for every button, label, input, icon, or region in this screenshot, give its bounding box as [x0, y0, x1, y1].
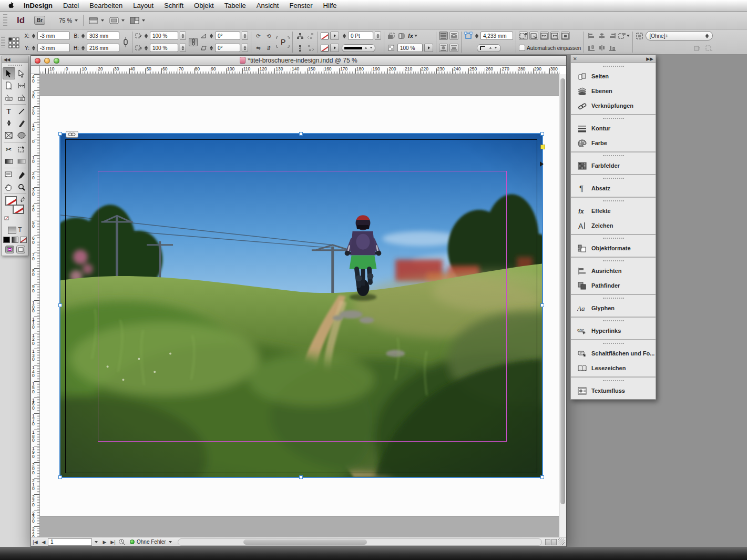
apply-none-button[interactable] — [20, 237, 27, 243]
dock-group-grip[interactable] — [571, 258, 656, 263]
transparency-icon[interactable] — [397, 32, 406, 40]
live-corner-handle[interactable] — [540, 145, 545, 149]
gradient-feather-tool[interactable] — [15, 155, 28, 167]
zoom-level-select[interactable]: 75 % — [59, 17, 78, 24]
menu-datei[interactable]: Datei — [58, 0, 84, 12]
preflight-dropdown[interactable] — [166, 538, 175, 546]
stroke-weight-field[interactable]: 0 Pt — [348, 32, 373, 40]
select-next-object-icon[interactable] — [306, 44, 315, 52]
shear-combo-arrow[interactable] — [242, 44, 248, 52]
view-options-button[interactable] — [89, 16, 104, 25]
content-placer-tool[interactable] — [15, 91, 28, 104]
stroke-weight-stepper[interactable] — [342, 32, 346, 40]
dock-expand-icon[interactable]: ▶▶ — [646, 56, 653, 62]
rotate-cw-icon[interactable]: ⟳ — [254, 32, 263, 40]
scale-x-field[interactable]: 100 % — [150, 32, 178, 40]
flip-vertical-icon[interactable]: ⇵ — [264, 44, 273, 52]
stroke-swatch-menu[interactable] — [330, 32, 339, 40]
link-badge-icon[interactable] — [66, 131, 78, 138]
shear-stepper[interactable] — [209, 44, 213, 52]
panel-tab-zeichen[interactable]: A Zeichen — [571, 218, 656, 233]
panel-tab-glyphen[interactable]: Aa Glyphen — [571, 301, 656, 315]
handle-top-right[interactable] — [540, 132, 544, 136]
canvas[interactable] — [40, 74, 560, 538]
fill-stroke-proxy[interactable] — [4, 195, 26, 225]
dock-close-icon[interactable]: ✕ — [573, 56, 577, 62]
autofit-checkbox[interactable] — [519, 45, 525, 51]
width-field[interactable]: 303 mm — [87, 32, 119, 40]
apply-gradient-button[interactable] — [12, 237, 18, 243]
scale-y-combo-arrow[interactable] — [180, 44, 186, 52]
page-number-field[interactable]: 1 — [48, 538, 92, 546]
handle-bottom-right[interactable] — [540, 475, 544, 479]
gradient-swatch-tool[interactable] — [3, 155, 15, 167]
select-previous-object-icon[interactable] — [306, 32, 315, 40]
distribute-left-icon[interactable] — [587, 44, 596, 52]
stroke-weight-combo-arrow[interactable] — [375, 32, 381, 40]
menu-schrift[interactable]: Schrift — [159, 0, 189, 12]
stroke-type-select[interactable] — [342, 44, 375, 52]
fx-menu[interactable]: fx — [408, 33, 417, 39]
note-tool[interactable] — [3, 169, 15, 181]
height-stepper[interactable] — [80, 44, 85, 52]
object-style-select[interactable]: [Ohne]+ — [646, 31, 713, 40]
panel-tab-farbe[interactable]: Farbe — [571, 136, 656, 150]
direct-selection-tool[interactable] — [15, 67, 28, 79]
vertical-scrollbar[interactable] — [559, 74, 566, 538]
free-transform-tool[interactable] — [15, 143, 28, 155]
menu-hilfe[interactable]: Hilfe — [318, 0, 342, 12]
horizontal-scrollbar-thumb[interactable] — [243, 539, 367, 545]
corner-shape-select[interactable] — [477, 44, 501, 52]
split-view-button-1[interactable] — [545, 539, 550, 545]
fit-content-to-frame-icon[interactable] — [540, 32, 549, 40]
apply-color-button[interactable] — [3, 237, 10, 243]
center-content-icon[interactable] — [561, 32, 570, 40]
dock-group-grip[interactable] — [571, 340, 656, 346]
menu-tabelle[interactable]: Tabelle — [219, 0, 251, 12]
line-tool[interactable] — [15, 105, 28, 117]
align-right-edges-icon[interactable] — [608, 32, 617, 40]
pen-tool[interactable] — [3, 117, 15, 129]
distribute-right-icon[interactable] — [608, 44, 617, 52]
opacity-grid-icon[interactable] — [387, 44, 396, 52]
rotation-field[interactable]: 0° — [215, 32, 240, 40]
stroke-swatch-none[interactable] — [321, 33, 329, 39]
fill-swatch-menu[interactable] — [330, 44, 339, 52]
content-collector-tool[interactable] — [3, 91, 15, 104]
first-page-button[interactable]: |◀ — [31, 538, 39, 546]
y-stepper[interactable] — [31, 44, 36, 52]
dock-group-grip[interactable] — [571, 235, 656, 241]
menu-indesign[interactable]: InDesign — [18, 0, 58, 12]
handle-top-left[interactable] — [58, 132, 62, 136]
panel-tab-seiten[interactable]: Seiten — [571, 69, 656, 84]
jump-object-icon[interactable] — [449, 44, 458, 52]
panel-tab-pathfinder[interactable]: Pathfinder — [571, 278, 656, 293]
panel-tab-effekte[interactable]: fx Effekte — [571, 203, 656, 218]
panel-tab-hyperlinks[interactable]: abc Hyperlinks — [571, 323, 656, 338]
preview-mode-button[interactable] — [16, 246, 25, 253]
fit-frame-to-content-icon[interactable] — [550, 32, 559, 40]
pencil-tool[interactable] — [15, 117, 28, 129]
next-page-button[interactable]: ▶ — [100, 538, 109, 546]
rotation-stepper[interactable] — [209, 32, 213, 40]
panel-tab-ausrichten[interactable]: Ausrichten — [571, 263, 656, 278]
normal-view-button[interactable] — [5, 246, 14, 253]
h-ruler[interactable]: 1001020304050607080901001101201301401501… — [40, 66, 560, 74]
previous-page-button[interactable]: ◀ — [39, 538, 48, 546]
formatting-text-icon[interactable]: T — [18, 227, 22, 234]
last-page-button[interactable]: ▶| — [109, 538, 117, 546]
split-view-button-2[interactable] — [551, 539, 557, 545]
handle-top-center[interactable] — [299, 132, 303, 136]
opacity-menu[interactable] — [424, 44, 433, 52]
corner-radius-field[interactable]: 4,233 mm — [480, 32, 513, 40]
handle-bottom-left[interactable] — [58, 475, 62, 479]
fit-content-proportionally-icon[interactable] — [529, 32, 538, 40]
panel-tab-kontur[interactable]: Kontur — [571, 121, 656, 136]
align-horizontal-centers-icon[interactable] — [597, 32, 606, 40]
window-resize-grip[interactable] — [558, 538, 565, 545]
preflight-menu-icon[interactable] — [117, 538, 126, 546]
apple-icon[interactable] — [7, 2, 14, 9]
link-scale-button[interactable] — [189, 38, 198, 46]
width-stepper[interactable] — [80, 32, 85, 40]
panel-tab-verknuepfungen[interactable]: Verknüpfungen — [571, 98, 656, 113]
